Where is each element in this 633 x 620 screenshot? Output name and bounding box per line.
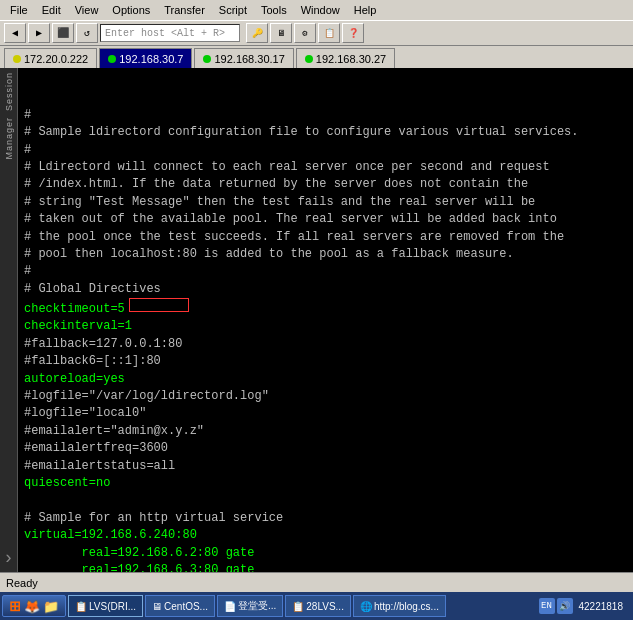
clock: 42221818 bbox=[575, 601, 628, 612]
editor-line: #emailalertfreq=3600 bbox=[24, 440, 627, 457]
taskbar-item-4[interactable]: 🌐 http://blog.cs... bbox=[353, 595, 446, 617]
toolbar: ◀ ▶ ⬛ ↺ Enter host <Alt + R> 🔑 🖥 ⚙ 📋 ❓ bbox=[0, 20, 633, 46]
editor-line: # bbox=[24, 107, 627, 124]
tab-1[interactable]: 192.168.30.7 bbox=[99, 48, 192, 68]
editor-line: checkinterval=1 bbox=[24, 318, 627, 335]
editor-line: # bbox=[24, 142, 627, 159]
editor-line: real=192.168.6.3:80 gate bbox=[24, 562, 627, 572]
editor-line: # Sample for an http virtual service bbox=[24, 510, 627, 527]
tab-2[interactable]: 192.168.30.17 bbox=[194, 48, 293, 68]
menu-help[interactable]: Help bbox=[348, 3, 383, 17]
taskbar-item-0[interactable]: 📋 LVS(DRI... bbox=[68, 595, 143, 617]
editor-line: #emailalert="admin@x.y.z" bbox=[24, 423, 627, 440]
taskbar-item-label-4: http://blog.cs... bbox=[374, 601, 439, 612]
status-text: Ready bbox=[6, 577, 38, 589]
tab-dot-1 bbox=[108, 55, 116, 63]
toolbar-icon-1[interactable]: 🔑 bbox=[246, 23, 268, 43]
side-panel: Session Manager › bbox=[0, 68, 18, 572]
taskbar-item-2[interactable]: 📄 登堂受... bbox=[217, 595, 283, 617]
editor-line: # /index.html. If the data returned by t… bbox=[24, 176, 627, 193]
editor-line: # Sample ldirectord configuration file t… bbox=[24, 124, 627, 141]
editor-line: # Global Directives bbox=[24, 281, 627, 298]
editor-line bbox=[24, 492, 627, 509]
editor-line: #fallback6=[::1]:80 bbox=[24, 353, 627, 370]
toolbar-btn-2[interactable]: ▶ bbox=[28, 23, 50, 43]
taskbar-item-label-1: CentOS... bbox=[164, 601, 208, 612]
taskbar-item-label-3: 28LVS... bbox=[306, 601, 344, 612]
editor-line: # pool then localhost:80 is added to the… bbox=[24, 246, 627, 263]
editor-line: autoreload=yes bbox=[24, 371, 627, 388]
start-button[interactable]: ⊞ 🦊 📁 bbox=[2, 595, 66, 617]
toolbar-btn-4[interactable]: ↺ bbox=[76, 23, 98, 43]
side-arrow[interactable]: › bbox=[3, 548, 14, 568]
taskbar-item-1[interactable]: 🖥 CentOS... bbox=[145, 595, 215, 617]
menu-file[interactable]: File bbox=[4, 3, 34, 17]
editor-line: checktimeout=5 bbox=[24, 298, 627, 318]
editor-line: # taken out of the available pool. The r… bbox=[24, 211, 627, 228]
menu-tools[interactable]: Tools bbox=[255, 3, 293, 17]
editor-line: #fallback=127.0.0.1:80 bbox=[24, 336, 627, 353]
tab-label-3: 192.168.30.27 bbox=[316, 53, 386, 65]
tray-icon-2: 🔊 bbox=[557, 598, 573, 614]
side-label-manager: Manager bbox=[4, 117, 14, 160]
menu-edit[interactable]: Edit bbox=[36, 3, 67, 17]
statusbar: Ready bbox=[0, 572, 633, 592]
main-area: Session Manager › ## Sample ldirectord c… bbox=[0, 68, 633, 572]
menu-view[interactable]: View bbox=[69, 3, 105, 17]
taskbar-item-icon-3: 📋 bbox=[292, 601, 304, 612]
menu-options[interactable]: Options bbox=[106, 3, 156, 17]
toolbar-btn-1[interactable]: ◀ bbox=[4, 23, 26, 43]
tab-label-0: 172.20.0.222 bbox=[24, 53, 88, 65]
editor-line: virtual=192.168.6.240:80 bbox=[24, 527, 627, 544]
tab-dot-2 bbox=[203, 55, 211, 63]
toolbar-icon-2[interactable]: 🖥 bbox=[270, 23, 292, 43]
editor-line: # bbox=[24, 263, 627, 280]
tab-dot-3 bbox=[305, 55, 313, 63]
editor-line: # Ldirectord will connect to each real s… bbox=[24, 159, 627, 176]
taskbar-item-icon-1: 🖥 bbox=[152, 601, 162, 612]
menu-window[interactable]: Window bbox=[295, 3, 346, 17]
taskbar-right: EN 🔊 42221818 bbox=[539, 598, 632, 614]
editor-line: #logfile="/var/log/ldirectord.log" bbox=[24, 388, 627, 405]
tab-0[interactable]: 172.20.0.222 bbox=[4, 48, 97, 68]
tabbar: 172.20.0.222 192.168.30.7 192.168.30.17 … bbox=[0, 46, 633, 68]
tab-3[interactable]: 192.168.30.27 bbox=[296, 48, 395, 68]
menu-script[interactable]: Script bbox=[213, 3, 253, 17]
toolbar-btn-3[interactable]: ⬛ bbox=[52, 23, 74, 43]
tab-label-2: 192.168.30.17 bbox=[214, 53, 284, 65]
start-icon-folder: 📁 bbox=[43, 599, 59, 614]
editor-line: # the pool once the test succeeds. If al… bbox=[24, 229, 627, 246]
tray-icon-1: EN bbox=[539, 598, 555, 614]
editor-line: real=192.168.6.2:80 gate bbox=[24, 545, 627, 562]
taskbar-item-icon-2: 📄 bbox=[224, 601, 236, 612]
menu-transfer[interactable]: Transfer bbox=[158, 3, 211, 17]
address-box[interactable]: Enter host <Alt + R> bbox=[100, 24, 240, 42]
taskbar-item-icon-4: 🌐 bbox=[360, 601, 372, 612]
editor-line: quiescent=no bbox=[24, 475, 627, 492]
menubar: File Edit View Options Transfer Script T… bbox=[0, 0, 633, 20]
start-icon-firefox: 🦊 bbox=[24, 599, 40, 614]
taskbar: ⊞ 🦊 📁 📋 LVS(DRI... 🖥 CentOS... 📄 登堂受... … bbox=[0, 592, 633, 620]
toolbar-icon-5[interactable]: ❓ bbox=[342, 23, 364, 43]
address-label: Enter host <Alt + R> bbox=[105, 28, 225, 39]
editor[interactable]: ## Sample ldirectord configuration file … bbox=[18, 68, 633, 572]
toolbar-icon-4[interactable]: 📋 bbox=[318, 23, 340, 43]
editor-line: #emailalertstatus=all bbox=[24, 458, 627, 475]
tab-label-1: 192.168.30.7 bbox=[119, 53, 183, 65]
taskbar-item-label-0: LVS(DRI... bbox=[89, 601, 136, 612]
taskbar-item-label-2: 登堂受... bbox=[238, 599, 276, 613]
tab-dot-0 bbox=[13, 55, 21, 63]
start-icon: ⊞ bbox=[9, 598, 21, 614]
taskbar-item-3[interactable]: 📋 28LVS... bbox=[285, 595, 351, 617]
side-label-session: Session bbox=[4, 72, 14, 111]
editor-line: # string "Test Message" then the test fa… bbox=[24, 194, 627, 211]
editor-line: #logfile="local0" bbox=[24, 405, 627, 422]
toolbar-icon-3[interactable]: ⚙ bbox=[294, 23, 316, 43]
taskbar-item-icon-0: 📋 bbox=[75, 601, 87, 612]
